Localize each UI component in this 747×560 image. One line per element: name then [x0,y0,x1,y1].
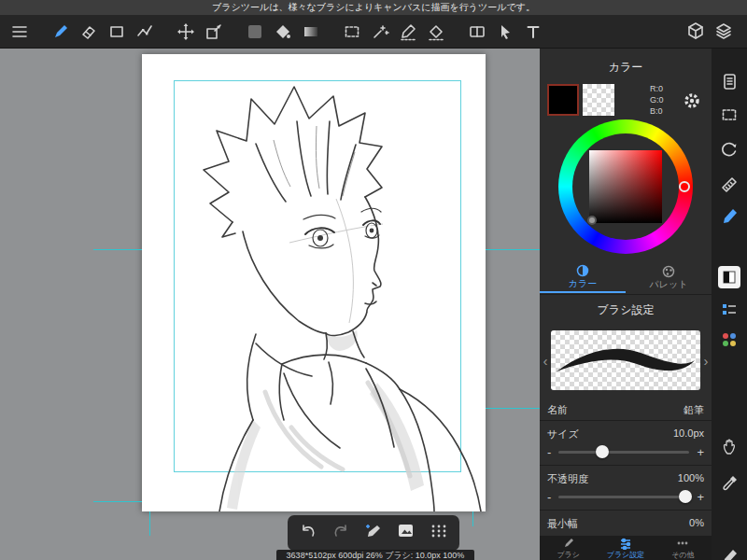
tab-others[interactable]: その他 [655,536,712,560]
pages-icon[interactable] [718,70,740,92]
grid-icon[interactable] [429,521,449,545]
redo-icon[interactable] [331,521,351,545]
gradient-tool-icon[interactable] [297,18,325,46]
rgb-readout: R:0 G:0 B:0 [650,83,664,117]
tab-brush[interactable]: ブラシ [540,536,597,560]
minwidth-row: 最小幅 0% [547,517,704,531]
guide-line [149,511,150,536]
text-tool-icon[interactable] [519,18,547,46]
palette-colors-icon[interactable] [718,329,740,351]
guide-line [486,249,540,250]
opacity-minus-button[interactable]: - [547,490,551,504]
guide-line [486,408,540,409]
ruler-icon[interactable] [718,173,740,195]
magic-wand-icon[interactable] [366,18,394,46]
select-eraser-icon[interactable] [422,18,450,46]
status-bar: 3638*5102px 600dpi 26% ブラシ: 10.0px 100% [276,550,474,560]
brush-prev-icon[interactable]: ‹ [540,353,551,369]
size-slider-thumb[interactable] [596,445,609,458]
color-panel-title: カラー [540,60,712,76]
size-value: 10.0px [673,427,704,441]
marker-icon[interactable] [718,205,740,228]
opacity-plus-button[interactable]: + [697,490,704,504]
status-text: 3638*5102px 600dpi 26% ブラシ: 10.0px 100% [287,551,465,560]
select-pen-icon[interactable] [394,18,422,46]
tab-palette[interactable]: パレット [626,263,712,293]
shape-tool-icon[interactable] [103,18,131,46]
marquee-icon[interactable] [718,104,740,126]
brush-name-row: 名前 鉛筆 [547,403,704,417]
minwidth-label: 最小幅 [547,517,578,531]
right-panel: カラー R:0 G:0 B:0 カラー パレット ブラシ設定 ‹ › 名前 [540,49,712,560]
main-toolbar [0,15,747,49]
character-sketch [142,54,486,511]
drawing-canvas[interactable] [142,54,486,511]
guide-line [93,249,142,250]
menu-icon[interactable] [6,18,34,46]
rotate-view-icon[interactable] [718,138,740,161]
eraser-tool-icon[interactable] [75,18,103,46]
polyline-tool-icon[interactable] [131,18,159,46]
brush-size-row: サイズ 10.0px [547,427,704,441]
brush-next-icon[interactable]: › [700,353,712,369]
brush-name-value: 鉛筆 [684,403,704,417]
brush-name-label: 名前 [547,403,568,417]
move-tool-icon[interactable] [172,18,200,46]
tooltip-bar: ブラシツールは、様々なブラシによりキャンバスに描画を行うツールです。 [0,0,747,15]
layers-icon[interactable] [710,18,738,46]
opacity-value: 100% [678,472,704,486]
hand-icon[interactable] [718,435,740,457]
opacity-label: 不透明度 [547,472,588,486]
size-slider[interactable]: - + [547,444,704,459]
brush-sparkle-icon[interactable] [363,521,384,545]
sv-handle[interactable] [587,216,597,225]
eyedropper-icon[interactable] [718,472,740,495]
foreground-color-swatch[interactable] [547,84,579,116]
size-minus-button[interactable]: - [547,445,551,459]
marquee-select-icon[interactable] [338,18,366,46]
size-plus-button[interactable]: + [697,445,704,459]
transform-tool-icon[interactable] [200,18,228,46]
undo-icon[interactable] [298,521,318,545]
brush-tool-icon[interactable] [47,18,75,46]
rgb-r: R:0 [650,83,664,94]
opacity-slider-thumb[interactable] [679,490,692,503]
rgb-g: G:0 [650,94,664,105]
color-tabs: カラー パレット [540,263,712,293]
strip-brush-icon[interactable] [718,546,740,560]
layer-list-icon[interactable] [718,299,740,321]
panel-bottom-tabs: ブラシ ブラシ設定 その他 [540,536,712,560]
minwidth-value: 0% [689,517,704,531]
right-icon-strip [712,49,747,560]
brush-panel-title: ブラシ設定 [540,302,712,318]
color-swatch-icon[interactable] [241,18,269,46]
split-view-icon[interactable] [463,18,491,46]
color-wheel[interactable] [558,119,693,254]
color-settings-gear-icon[interactable] [682,91,702,115]
background-color-swatch[interactable] [583,84,614,116]
material-icon[interactable] [396,521,416,545]
size-label: サイズ [547,427,579,441]
opacity-row: 不透明度 100% [547,472,704,486]
rgb-b: B:0 [650,105,664,117]
guide-line [93,501,142,502]
tab-brush-settings[interactable]: ブラシ設定 [597,536,654,560]
quick-action-bar [288,515,459,551]
canvas-area[interactable]: 3638*5102px 600dpi 26% ブラシ: 10.0px 100% [0,49,540,560]
guide-line [472,511,473,526]
saturation-value-square[interactable] [589,150,662,223]
bucket-tool-icon[interactable] [269,18,297,46]
hue-handle[interactable] [679,181,690,192]
color-chip-icon[interactable] [718,266,740,288]
material-cube-icon[interactable] [682,18,710,46]
opacity-slider[interactable]: - + [547,489,704,504]
tab-color[interactable]: カラー [540,263,626,293]
cursor-icon[interactable] [491,18,519,46]
brush-preview[interactable] [551,330,700,390]
tooltip-text: ブラシツールは、様々なブラシによりキャンバスに描画を行うツールです。 [212,2,535,12]
